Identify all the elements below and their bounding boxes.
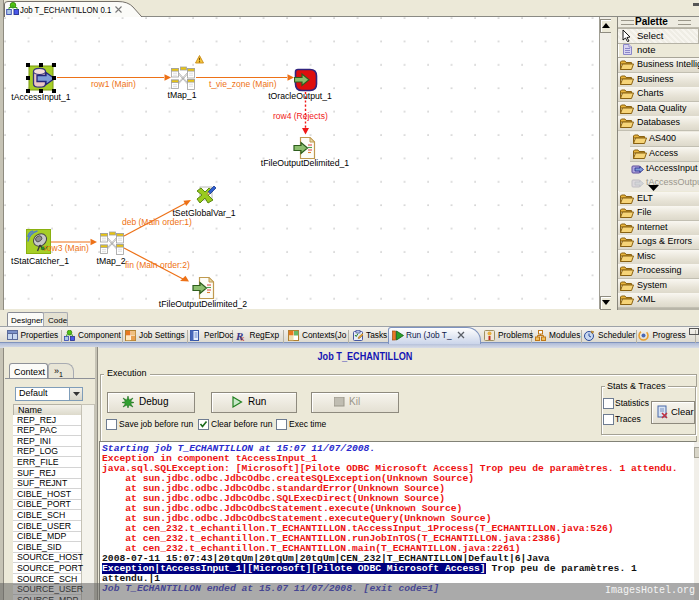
svg-text:x: x [241,334,245,342]
